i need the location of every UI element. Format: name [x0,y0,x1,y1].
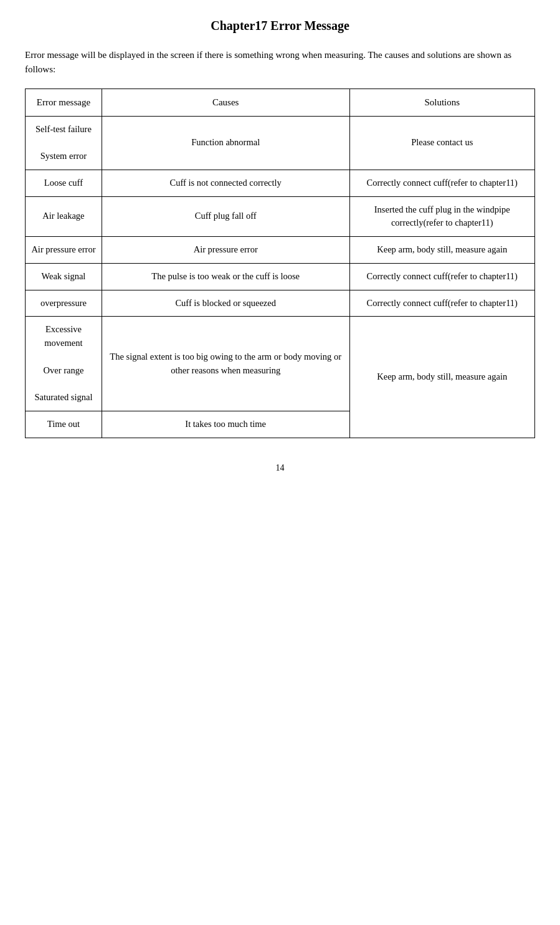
table-row: Air leakage Cuff plug fall off Inserted … [26,196,535,237]
causes-cell: Cuff is not connected correctly [102,170,349,196]
error-cell: Time out [26,411,102,438]
col-header-solutions: Solutions [349,89,534,117]
causes-cell: Cuff is blocked or squeezed [102,290,349,317]
error-cell: Weak signal [26,263,102,290]
error-cell: Air pressure error [26,237,102,264]
error-message-table: Error message Causes Solutions Self-test… [25,89,535,438]
causes-cell: The pulse is too weak or the cuff is loo… [102,263,349,290]
table-row: overpressure Cuff is blocked or squeezed… [26,290,535,317]
col-header-error: Error message [26,89,102,117]
solutions-cell: Please contact us [349,116,534,170]
table-header-row: Error message Causes Solutions [26,89,535,117]
causes-cell: Function abnormal [102,116,349,170]
table-row: Weak signal The pulse is too weak or the… [26,263,535,290]
causes-cell: The signal extent is too big owing to th… [102,317,349,411]
error-cell: overpressure [26,290,102,317]
col-header-causes: Causes [102,89,349,117]
causes-cell: Cuff plug fall off [102,196,349,237]
page-number: 14 [25,463,535,473]
solutions-cell: Inserted the cuff plug in the windpipe c… [349,196,534,237]
error-cell: Air leakage [26,196,102,237]
intro-paragraph: Error message will be displayed in the s… [25,48,535,76]
solutions-cell: Keep arm, body still, measure again [349,237,534,264]
error-cell: Self-test failureSystem error [26,116,102,170]
table-row: Self-test failureSystem error Function a… [26,116,535,170]
page-title: Chapter17 Error Message [25,19,535,33]
table-row: Loose cuff Cuff is not connected correct… [26,170,535,196]
causes-cell: It takes too much time [102,411,349,438]
solutions-cell: Correctly connect cuff(refer to chapter1… [349,263,534,290]
solutions-cell: Correctly connect cuff(refer to chapter1… [349,170,534,196]
error-cell: Excessive movementOver rangeSaturated si… [26,317,102,411]
solutions-cell: Correctly connect cuff(refer to chapter1… [349,290,534,317]
error-cell: Loose cuff [26,170,102,196]
table-row: Air pressure error Air pressure error Ke… [26,237,535,264]
solutions-cell: Keep arm, body still, measure again [349,317,534,438]
causes-cell: Air pressure error [102,237,349,264]
table-row: Excessive movementOver rangeSaturated si… [26,317,535,411]
